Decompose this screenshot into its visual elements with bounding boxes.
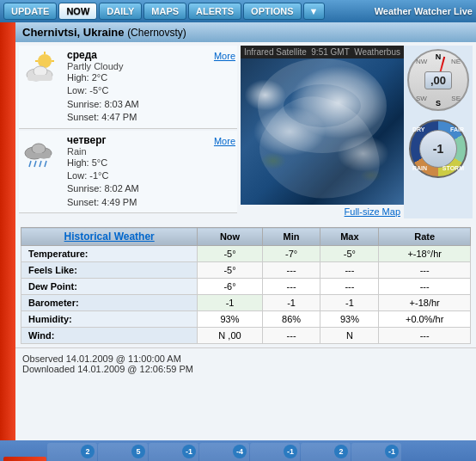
- daily-button[interactable]: DAILY: [99, 3, 142, 20]
- left-sidebar: [0, 22, 15, 440]
- forecast-item: 5 30%+: [98, 443, 148, 461]
- forecast-bar: 2 5 30%+-1 -4 -1 2 -1: [47, 443, 412, 461]
- day2-name: четверг: [67, 134, 214, 146]
- gauge-rain-label: RAIN: [412, 165, 427, 171]
- row-rate: +0.0%/hr: [379, 311, 471, 328]
- forecast-badge: 2: [81, 445, 95, 458]
- row-max: 93%: [320, 311, 379, 328]
- day1-detail: High: 2°C Low: -5°C Sunrise: 8:03 AM Sun…: [67, 71, 214, 125]
- forecast-item: -1: [351, 443, 401, 461]
- row-rate: +-18/hr: [379, 295, 471, 311]
- app-title: Weather Watcher Live: [375, 6, 473, 16]
- toolbar: UPDATE NOW DAILY MAPS ALERTS OPTIONS ▼ W…: [0, 0, 476, 22]
- gauge-storm-label: STORM: [442, 165, 464, 171]
- forecast-item: 2: [301, 443, 351, 461]
- svg-rect-12: [27, 153, 51, 158]
- toolbar-dropdown-button[interactable]: ▼: [303, 3, 325, 20]
- day1-info: среда Partly Cloudy High: 2°C Low: -5°C …: [67, 49, 214, 125]
- city-sub: (Chernovsty): [127, 27, 186, 39]
- compass-se: SE: [451, 95, 461, 102]
- weather-table: Historical Weather Now Min Max Rate Temp…: [21, 227, 471, 344]
- forecast-badge: -1: [284, 445, 297, 458]
- satellite-container: Infrared Satellite 9:51 GMT Weatherbus: [241, 46, 404, 218]
- day2-condition: Rain: [67, 146, 214, 157]
- satellite-map: [241, 58, 404, 205]
- weather-days: среда Partly Cloudy High: 2°C Low: -5°C …: [19, 46, 237, 218]
- row-min: ---: [262, 262, 320, 279]
- row-label: Dew Point:: [21, 279, 198, 295]
- satellite-time: 9:51 GMT: [311, 47, 349, 57]
- row-min: -7°: [262, 246, 320, 262]
- svg-rect-8: [27, 75, 52, 81]
- row-max: ---: [320, 279, 379, 295]
- satellite-label: Infrared Satellite: [244, 47, 307, 57]
- forecast-item: -1: [250, 443, 300, 461]
- main-container: Chernivtsi, Ukraine (Chernovsty): [0, 22, 476, 440]
- options-button[interactable]: OPTIONS: [243, 3, 302, 20]
- compass-circle: N S NE NW SE SW ,00: [407, 49, 469, 111]
- compass-value: ,00: [424, 71, 452, 89]
- row-rate: ---: [379, 279, 471, 295]
- weather-day-1: среда Partly Cloudy High: 2°C Low: -5°C …: [19, 46, 237, 129]
- forecast-item: 2: [47, 443, 97, 461]
- day2-icon: [21, 134, 62, 175]
- maps-button[interactable]: MAPS: [143, 3, 186, 20]
- weather-gauge: RAIN FAIR STORM DRY -1: [409, 120, 467, 178]
- compass-nw: NW: [416, 58, 427, 65]
- table-row: Humidity: 93% 86% 93% +0.0%/hr: [21, 311, 471, 328]
- row-now: N ,00: [198, 328, 262, 344]
- row-max: -1: [320, 295, 379, 311]
- observed-line1: Observed 14.01.2009 @ 11:00:00 AM: [22, 353, 469, 364]
- day1-more-link[interactable]: More: [214, 51, 235, 61]
- day2-info: четверг Rain High: 5°C Low: -1°C Sunrise…: [67, 134, 214, 210]
- row-now: -1: [198, 295, 262, 311]
- forecast-badge: 5: [131, 445, 145, 458]
- row-rate: +-18°/hr: [379, 246, 471, 262]
- svg-line-15: [40, 161, 41, 167]
- table-col-max: Max: [320, 228, 379, 246]
- table-row: Temperature: -5° -7° -5° +-18°/hr: [21, 246, 471, 262]
- svg-line-14: [34, 161, 36, 167]
- row-rate: ---: [379, 328, 471, 344]
- compass-ne: NE: [451, 58, 461, 65]
- row-rate: ---: [379, 262, 471, 279]
- row-min: ---: [262, 279, 320, 295]
- row-min: ---: [262, 328, 320, 344]
- satellite-brand: Weatherbus: [354, 47, 400, 57]
- observed-line2: Downloaded 14.01.2009 @ 12:06:59 PM: [22, 364, 469, 374]
- day1-icon: [21, 49, 62, 90]
- compass: N S NE NW SE SW ,00: [407, 49, 469, 111]
- now-button[interactable]: NOW: [58, 3, 97, 20]
- day1-condition: Partly Cloudy: [67, 61, 214, 71]
- row-label: Humidity:: [21, 311, 198, 328]
- weather-day-2: четверг Rain High: 5°C Low: -1°C Sunrise…: [19, 131, 237, 214]
- full-size-map-link[interactable]: Full-size Map: [241, 205, 404, 218]
- forecast-badge: -1: [385, 445, 399, 458]
- table-col-min: Min: [262, 228, 320, 246]
- gauge-dry-label: DRY: [412, 126, 425, 132]
- row-now: -6°: [198, 279, 262, 295]
- compass-n: N: [436, 52, 442, 61]
- observed-section: Observed 14.01.2009 @ 11:00:00 AM Downlo…: [15, 347, 476, 379]
- table-header-label[interactable]: Historical Weather: [21, 228, 198, 246]
- row-now: 93%: [198, 311, 262, 328]
- svg-line-13: [29, 161, 31, 167]
- city-name: Chernivtsi, Ukraine: [22, 26, 125, 39]
- alerts-button[interactable]: ALERTS: [188, 3, 241, 20]
- day1-name: среда: [67, 49, 214, 61]
- svg-line-16: [45, 161, 46, 167]
- row-min: 86%: [262, 311, 320, 328]
- current-temp-display: -5° -5°: [3, 457, 46, 461]
- gauge-circle: RAIN FAIR STORM DRY -1: [409, 120, 467, 178]
- forecast-badge: 2: [334, 445, 348, 458]
- content-area: Chernivtsi, Ukraine (Chernovsty): [15, 22, 476, 440]
- gauge-fair-label: FAIR: [450, 126, 464, 132]
- table-row: Feels Like: -5° --- --- ---: [21, 262, 471, 279]
- forecast-item: -1: [149, 443, 198, 461]
- svg-point-11: [32, 144, 46, 154]
- row-label: Temperature:: [21, 246, 198, 262]
- historical-weather-link[interactable]: Historical Weather: [64, 230, 155, 243]
- update-button[interactable]: UPDATE: [3, 3, 57, 20]
- row-label: Barometer:: [21, 295, 198, 311]
- day2-more-link[interactable]: More: [214, 136, 235, 146]
